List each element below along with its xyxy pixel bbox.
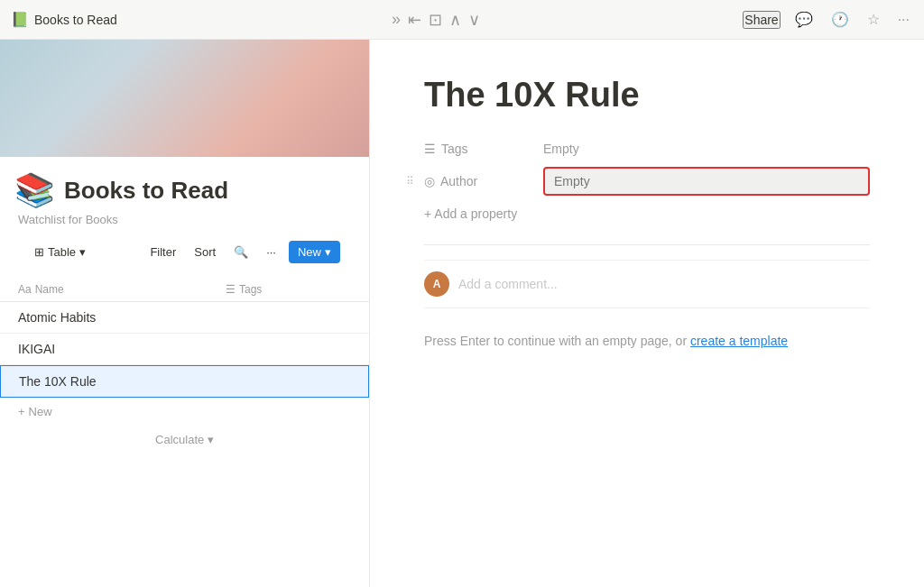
comment-input[interactable]: Add a comment... [458, 277, 558, 291]
sort-button[interactable]: Sort [189, 242, 221, 262]
more-options-icon[interactable]: ··· [894, 8, 913, 32]
expand-icon[interactable]: » [392, 10, 401, 29]
page-header: 📚 Books to Read Watchlist for Books ⊞ Ta… [0, 157, 369, 278]
new-button-label: New [298, 245, 321, 259]
add-icon: + [18, 405, 25, 418]
more-toolbar-button[interactable]: ··· [261, 242, 282, 262]
right-panel: The 10X Rule ☰ Tags Empty ⠿ ◎ Author [370, 40, 924, 587]
table-view-chevron: ▾ [79, 245, 86, 259]
nav-up-icon[interactable]: ∧ [449, 10, 461, 30]
new-button[interactable]: New ▾ [289, 241, 340, 263]
page-subtitle: Watchlist for Books [14, 213, 355, 226]
top-bar-title: Books to Read [34, 13, 117, 27]
cover-image [0, 40, 369, 157]
name-col-icon: Aa [18, 283, 32, 296]
db-toolbar: ⊞ Table ▾ Filter Sort 🔍 ··· New ▾ [14, 237, 355, 271]
comment-area: A Add a comment... [424, 260, 870, 308]
author-property-input[interactable] [543, 167, 870, 196]
author-property-label[interactable]: ◎ Author [424, 174, 532, 188]
add-row-label: New [29, 405, 52, 418]
document-title[interactable]: The 10X Rule [424, 76, 870, 115]
empty-page-prompt: Press Enter to continue with an empty pa… [424, 334, 870, 348]
column-name-header[interactable]: Aa Name [14, 278, 222, 301]
table-icon: ⊞ [34, 245, 44, 259]
top-bar-nav: » ⇤ ⊡ ∧ ∨ [392, 10, 480, 30]
table-view-label: Table [48, 245, 76, 259]
author-property-row: ⠿ ◎ Author [424, 161, 870, 201]
row-tags-cell [222, 302, 355, 333]
author-label-text: Author [440, 174, 477, 188]
page-icon-title: 📚 Books to Read [14, 171, 355, 209]
new-button-chevron: ▾ [325, 245, 331, 259]
table-row-selected[interactable]: The 10X Rule [0, 365, 369, 398]
avatar: A [424, 271, 449, 297]
page-title: Books to Read [64, 177, 228, 205]
row-name-cell: IKIGAI [14, 334, 222, 364]
search-button[interactable]: 🔍 [228, 242, 254, 262]
nav-down-icon[interactable]: ∨ [468, 10, 480, 30]
filter-button[interactable]: Filter [144, 242, 181, 262]
add-property-button[interactable]: + Add a property [424, 201, 870, 226]
add-row-button[interactable]: + New [0, 398, 369, 426]
divider [424, 244, 870, 245]
table-row[interactable]: Atomic Habits [0, 302, 369, 334]
tags-col-icon: ☰ [226, 283, 236, 296]
properties-section: ☰ Tags Empty ⠿ ◎ Author + Add a property [424, 136, 870, 226]
table-header: Aa Name ☰ Tags [0, 278, 369, 302]
tags-property-label[interactable]: ☰ Tags [424, 142, 532, 156]
main-layout: 📚 Books to Read Watchlist for Books ⊞ Ta… [0, 40, 924, 587]
author-prop-icon: ◎ [424, 174, 435, 188]
create-template-link[interactable]: create a template [690, 334, 788, 348]
sidebar-toggle-icon[interactable]: ⇤ [408, 10, 421, 30]
row-name-cell: The 10X Rule [15, 366, 223, 397]
calculate-button[interactable]: Calculate ▾ [0, 426, 369, 454]
left-panel: 📚 Books to Read Watchlist for Books ⊞ Ta… [0, 40, 370, 587]
top-bar-actions: Share 💬 🕐 ☆ ··· [743, 7, 913, 32]
layout-icon[interactable]: ⊡ [429, 10, 442, 30]
row-name-cell: Atomic Habits [14, 302, 222, 333]
top-bar-left: 📗 Books to Read [11, 11, 381, 28]
favorite-icon[interactable]: ☆ [864, 7, 883, 32]
tags-label-text: Tags [441, 142, 468, 156]
share-button[interactable]: Share [743, 11, 780, 29]
page-emoji-icon: 📚 [14, 171, 55, 209]
add-property-label: + Add a property [424, 206, 517, 221]
tags-prop-icon: ☰ [424, 142, 436, 156]
table-row[interactable]: IKIGAI [0, 334, 369, 365]
empty-page-text: Press Enter to continue with an empty pa… [424, 334, 687, 348]
history-icon[interactable]: 🕐 [827, 7, 853, 32]
tags-property-row: ☰ Tags Empty [424, 136, 870, 161]
app-icon: 📗 [11, 11, 29, 28]
row-tags-cell [223, 366, 354, 397]
tags-property-value[interactable]: Empty [543, 142, 870, 156]
top-bar: 📗 Books to Read » ⇤ ⊡ ∧ ∨ Share 💬 🕐 ☆ ··… [0, 0, 924, 40]
database-table: Aa Name ☰ Tags Atomic Habits IKIGAI The … [0, 278, 369, 587]
table-view-button[interactable]: ⊞ Table ▾ [29, 242, 91, 262]
drag-handle-icon: ⠿ [406, 175, 414, 188]
top-bar-right: » ⇤ ⊡ ∧ ∨ Share 💬 🕐 ☆ ··· [381, 7, 913, 32]
column-tags-header[interactable]: ☰ Tags [222, 278, 355, 301]
row-tags-cell [222, 334, 355, 364]
comment-icon[interactable]: 💬 [791, 7, 817, 32]
